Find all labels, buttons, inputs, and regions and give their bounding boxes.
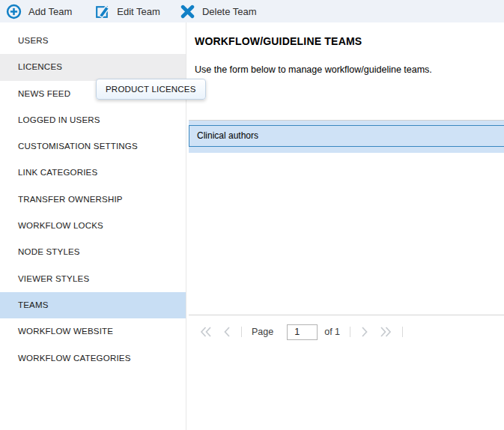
sidebar-item-logged-in-users[interactable]: LOGGED IN USERS — [0, 107, 186, 133]
pagination-toolbar: Page of 1 — [189, 315, 504, 348]
sidebar-item-workflow-locks[interactable]: WORKFLOW LOCKS — [0, 213, 186, 239]
sidebar-item-node-styles[interactable]: NODE STYLES — [0, 239, 186, 265]
chevron-right-icon — [360, 326, 369, 338]
page-title: WORKFLOW/GUIDELINE TEAMS — [195, 35, 362, 47]
first-page-button[interactable] — [199, 326, 213, 338]
delete-x-icon — [180, 4, 195, 19]
add-circle-icon — [6, 4, 22, 19]
page-count-label: of 1 — [324, 327, 340, 337]
prev-page-button[interactable] — [222, 326, 231, 338]
licences-tooltip: PRODUCT LICENCES — [96, 79, 206, 100]
sidebar-item-users[interactable]: USERS — [0, 28, 186, 54]
edit-team-label: Edit Team — [117, 6, 160, 17]
teams-grid: Clinical authors — [189, 120, 504, 153]
page-number-input[interactable] — [287, 324, 318, 340]
chevron-left-icon — [222, 326, 231, 338]
delete-team-button[interactable]: Delete Team — [180, 0, 257, 22]
sidebar-item-teams[interactable]: TEAMS — [0, 292, 186, 318]
sidebar-item-workflow-categories[interactable]: WORKFLOW CATEGORIES — [0, 345, 186, 372]
sidebar-item-workflow-website[interactable]: WORKFLOW WEBSITE — [0, 318, 186, 345]
last-page-button[interactable] — [379, 326, 392, 338]
sidebar-item-transfer-ownership[interactable]: TRANSFER OWNERSHIP — [0, 187, 186, 213]
sidebar-item-viewer-styles[interactable]: VIEWER STYLES — [0, 266, 186, 292]
pager-separator — [402, 327, 403, 337]
edit-team-button[interactable]: Edit Team — [94, 0, 160, 22]
team-row-clinical-authors[interactable]: Clinical authors — [189, 125, 504, 147]
double-chevron-left-icon — [199, 326, 213, 338]
pager-separator — [241, 327, 242, 337]
double-chevron-right-icon — [379, 326, 392, 338]
next-page-button[interactable] — [360, 326, 369, 338]
sidebar-item-link-categories[interactable]: LINK CATEGORIES — [0, 160, 186, 186]
edit-pencil-icon — [94, 4, 110, 19]
delete-team-label: Delete Team — [202, 6, 257, 17]
sidebar-item-licences[interactable]: LICENCES — [0, 54, 186, 80]
add-team-button[interactable]: Add Team — [6, 0, 72, 22]
add-team-label: Add Team — [28, 6, 72, 17]
page-label: Page — [252, 327, 273, 337]
page-description: Use the form below to manage workflow/gu… — [195, 64, 432, 75]
pager-separator — [350, 327, 350, 337]
main-content: WORKFLOW/GUIDELINE TEAMS Use the form be… — [186, 22, 504, 430]
sidebar-item-customisation-settings[interactable]: CUSTOMISATION SETTINGS — [0, 133, 186, 160]
toolbar: Add Team Edit Team Delete Team — [0, 0, 504, 22]
